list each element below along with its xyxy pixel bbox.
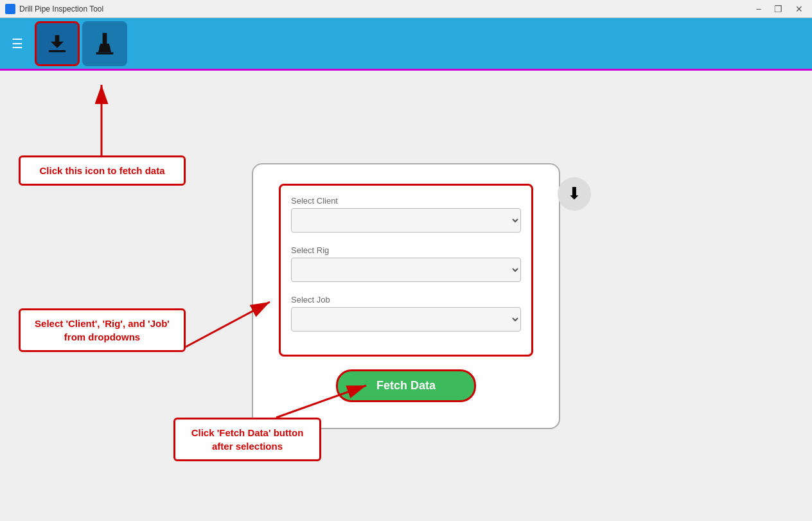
rig-form-group: Select Rig bbox=[291, 245, 521, 282]
app-toolbar: ☰ bbox=[0, 18, 812, 71]
annotation-dropdowns: Select 'Client', 'Rig', and 'Job' from d… bbox=[19, 308, 186, 352]
main-content: Select Client Select Rig Select Job Fe bbox=[0, 71, 812, 521]
annotation-fetch-button: Click 'Fetch Data' button after selectio… bbox=[173, 418, 321, 461]
fetch-data-icon-button[interactable] bbox=[35, 21, 80, 66]
card-avatar: ⬇ bbox=[558, 177, 591, 211]
svg-rect-0 bbox=[49, 50, 66, 52]
client-label: Select Client bbox=[291, 196, 521, 206]
download-icon bbox=[44, 31, 70, 57]
svg-rect-4 bbox=[100, 46, 102, 50]
job-form-group: Select Job bbox=[291, 295, 521, 331]
window-title: Drill Pipe Inspection Tool bbox=[19, 4, 752, 13]
svg-rect-1 bbox=[103, 33, 107, 44]
job-select[interactable] bbox=[291, 307, 521, 331]
svg-rect-5 bbox=[108, 46, 110, 50]
window-controls: − ❐ ✕ bbox=[752, 3, 807, 15]
close-button[interactable]: ✕ bbox=[791, 3, 807, 15]
rig-select[interactable] bbox=[291, 258, 521, 282]
fetch-button-wrapper: Fetch Data bbox=[279, 369, 533, 402]
app-icon bbox=[5, 4, 15, 14]
hamburger-menu-button[interactable]: ☰ bbox=[5, 31, 30, 57]
rig-icon-button[interactable] bbox=[82, 21, 127, 66]
client-form-group: Select Client bbox=[291, 196, 521, 233]
title-bar: Drill Pipe Inspection Tool − ❐ ✕ bbox=[0, 0, 812, 18]
minimize-button[interactable]: − bbox=[752, 3, 765, 15]
job-label: Select Job bbox=[291, 295, 521, 305]
form-card: Select Client Select Rig Select Job Fe bbox=[252, 163, 560, 429]
rig-label: Select Rig bbox=[291, 245, 521, 255]
dropdowns-section: Select Client Select Rig Select Job bbox=[279, 184, 533, 357]
maximize-button[interactable]: ❐ bbox=[770, 3, 786, 15]
annotation-fetch-icon: Click this icon to fetch data bbox=[19, 155, 186, 186]
rig-icon bbox=[92, 31, 118, 57]
fetch-data-button[interactable]: Fetch Data bbox=[336, 369, 476, 402]
svg-rect-3 bbox=[96, 52, 114, 54]
client-select[interactable] bbox=[291, 208, 521, 233]
